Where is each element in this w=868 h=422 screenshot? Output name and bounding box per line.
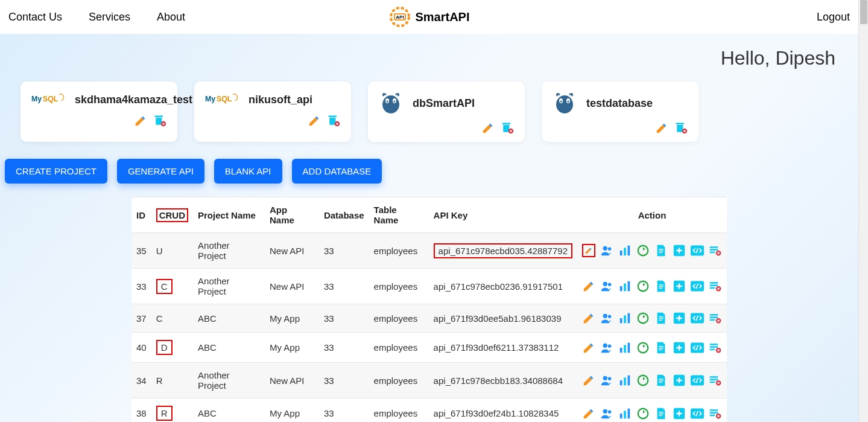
generate-api-button[interactable]: GENERATE API <box>117 159 204 184</box>
add-database-button[interactable]: ADD DATABASE <box>292 159 382 184</box>
code-icon[interactable] <box>691 407 704 420</box>
scrollbar[interactable] <box>858 0 868 422</box>
svg-point-16 <box>387 101 388 103</box>
svg-rect-32 <box>624 248 626 255</box>
svg-rect-41 <box>710 249 718 251</box>
document-icon[interactable] <box>654 244 668 257</box>
edit-icon[interactable] <box>582 407 595 420</box>
refresh-icon[interactable] <box>636 312 650 325</box>
greeting-text: Hello, Dipesh <box>5 40 854 82</box>
th-apikey: API Key <box>429 197 577 233</box>
document-icon[interactable] <box>654 280 668 293</box>
users-icon[interactable] <box>600 374 613 387</box>
edit-icon[interactable] <box>582 244 595 257</box>
chart-icon[interactable] <box>618 280 632 293</box>
th-action: Action <box>577 197 727 233</box>
delete-icon[interactable] <box>674 121 688 135</box>
edit-icon[interactable] <box>582 312 595 325</box>
svg-text:My: My <box>31 95 42 103</box>
refresh-icon[interactable] <box>636 280 650 293</box>
database-card[interactable]: MySQLnikusoft_api <box>194 82 351 142</box>
delete-row-icon[interactable] <box>709 407 722 420</box>
edit-icon[interactable] <box>655 121 668 135</box>
delete-icon[interactable] <box>153 114 166 127</box>
edit-icon[interactable] <box>582 341 595 354</box>
refresh-icon[interactable] <box>636 341 650 354</box>
blank-api-button[interactable]: BLANK API <box>214 159 282 184</box>
edit-icon[interactable] <box>582 280 595 293</box>
cell-action <box>577 233 727 269</box>
edit-icon[interactable] <box>481 121 495 135</box>
edit-icon[interactable] <box>134 114 147 127</box>
database-card[interactable]: testdatabase <box>542 82 699 142</box>
svg-point-105 <box>608 410 612 414</box>
database-card[interactable]: MySQLskdhama4kamaza_test <box>21 82 177 142</box>
delete-row-icon[interactable] <box>709 312 722 325</box>
cell-crud: R <box>151 398 193 423</box>
chart-icon[interactable] <box>618 341 632 354</box>
code-icon[interactable] <box>691 312 704 325</box>
cell-id: 33 <box>131 269 151 304</box>
plus-icon[interactable] <box>673 280 686 293</box>
users-icon[interactable] <box>600 244 613 257</box>
chart-icon[interactable] <box>618 312 632 325</box>
refresh-icon[interactable] <box>636 407 650 420</box>
delete-row-icon[interactable] <box>709 341 722 354</box>
delete-icon[interactable] <box>327 114 340 127</box>
table-row: 33CAnother ProjectNew API33employeesapi_… <box>131 269 727 304</box>
cell-crud: C <box>151 304 193 333</box>
cell-database: 33 <box>319 363 369 398</box>
nav-about[interactable]: About <box>157 11 185 24</box>
chart-icon[interactable] <box>618 374 632 387</box>
code-icon[interactable] <box>691 280 704 293</box>
cell-apikey: api_671c978ecbd035.42887792 <box>429 233 577 269</box>
svg-point-13 <box>382 95 399 113</box>
document-icon[interactable] <box>654 407 668 420</box>
nav-contact[interactable]: Contact Us <box>8 11 62 24</box>
code-icon[interactable] <box>691 374 704 387</box>
edit-icon[interactable] <box>582 374 595 387</box>
refresh-icon[interactable] <box>636 244 650 257</box>
plus-icon[interactable] <box>673 407 686 420</box>
plus-icon[interactable] <box>673 341 686 354</box>
document-icon[interactable] <box>654 312 668 325</box>
chart-icon[interactable] <box>618 407 632 420</box>
users-icon[interactable] <box>600 312 613 325</box>
users-icon[interactable] <box>600 280 613 293</box>
nav-services[interactable]: Services <box>89 11 130 24</box>
plus-icon[interactable] <box>673 312 686 325</box>
delete-row-icon[interactable] <box>709 280 722 293</box>
brand[interactable]: API SmartAPI <box>388 6 469 28</box>
cell-table: employees <box>369 363 429 398</box>
create-project-button[interactable]: CREATE PROJECT <box>5 159 107 184</box>
edit-icon[interactable] <box>308 114 321 127</box>
document-icon[interactable] <box>654 341 668 354</box>
code-icon[interactable] <box>691 341 704 354</box>
cell-app: My App <box>265 333 319 363</box>
code-icon[interactable] <box>691 244 704 257</box>
scrollbar-thumb[interactable] <box>860 0 867 24</box>
users-icon[interactable] <box>600 407 613 420</box>
svg-point-74 <box>603 343 607 347</box>
delete-row-icon[interactable] <box>709 244 722 257</box>
svg-rect-82 <box>659 349 662 350</box>
plus-icon[interactable] <box>673 374 686 387</box>
users-icon[interactable] <box>600 341 613 354</box>
database-card[interactable]: dbSmartAPI <box>368 82 525 142</box>
chart-icon[interactable] <box>618 244 632 257</box>
cell-action <box>577 269 727 304</box>
svg-rect-106 <box>620 414 622 418</box>
cell-project: Another Project <box>193 363 265 398</box>
database-cards-row: MySQLskdhama4kamaza_testMySQLnikusoft_ap… <box>5 82 854 142</box>
svg-rect-93 <box>628 376 630 386</box>
plus-icon[interactable] <box>673 244 686 257</box>
delete-row-icon[interactable] <box>709 374 722 387</box>
logout-link[interactable]: Logout <box>817 11 850 24</box>
refresh-icon[interactable] <box>636 374 650 387</box>
delete-icon[interactable] <box>501 121 514 135</box>
document-icon[interactable] <box>654 374 668 387</box>
table-row: 37CABCMy App33employeesapi_671f93d0ee5ab… <box>131 304 727 333</box>
svg-rect-37 <box>659 252 662 253</box>
svg-rect-33 <box>628 246 630 256</box>
svg-point-59 <box>603 314 607 318</box>
